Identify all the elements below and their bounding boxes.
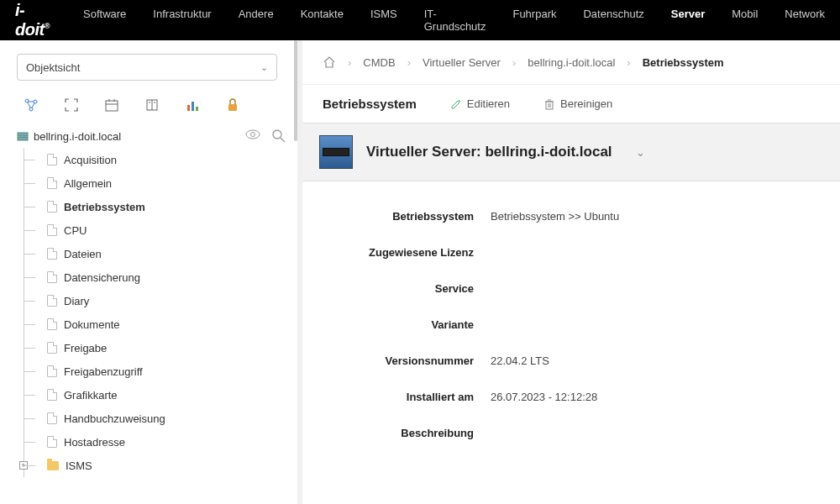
detail-row: Installiert am26.07.2023 - 12:12:28 — [323, 379, 820, 415]
server-icon — [17, 130, 29, 142]
sidebar: Objektsicht ⌄ bellring.i-doit.local Acqu… — [0, 40, 302, 504]
tree-item-grafikkarte[interactable]: Grafikkarte — [24, 383, 286, 407]
tree-item-hostadresse[interactable]: Hostadresse — [24, 430, 286, 454]
edit-button[interactable]: Editieren — [450, 97, 510, 110]
chevron-down-icon: ⌄ — [260, 62, 268, 73]
breadcrumb-item[interactable]: bellring.i-doit.local — [528, 56, 615, 69]
breadcrumb-item[interactable]: Betriebssystem — [643, 56, 724, 69]
graph-icon[interactable] — [24, 97, 39, 113]
document-icon — [47, 177, 57, 189]
tree-root-label: bellring.i-doit.local — [34, 130, 121, 143]
breadcrumb: ›CMDB›Virtueller Server›bellring.i-doit.… — [302, 40, 840, 84]
detail-row: BetriebssystemBetriebssystem >> Ubuntu — [323, 198, 820, 234]
detail-label: Betriebssystem — [323, 210, 491, 223]
nav-item-andere[interactable]: Andere — [239, 8, 274, 33]
chart-icon[interactable] — [185, 97, 200, 113]
object-view-label: Objektsicht — [26, 61, 80, 74]
search-icon[interactable] — [272, 129, 286, 143]
detail-value: Betriebssystem >> Ubuntu — [491, 210, 619, 223]
expand-icon[interactable] — [64, 97, 79, 113]
tree-item-cpu[interactable]: CPU — [24, 218, 286, 242]
lock-icon[interactable] — [225, 97, 240, 113]
nav-item-software[interactable]: Software — [83, 8, 126, 33]
tree-item-betriebssystem[interactable]: Betriebssystem — [24, 195, 286, 218]
breadcrumb-item[interactable]: Virtueller Server — [423, 56, 501, 69]
tree-item-dokumente[interactable]: Dokumente — [24, 312, 286, 336]
detail-value: 22.04.2 LTS — [491, 354, 549, 367]
tree-item-isms[interactable]: +ISMS — [24, 454, 286, 477]
detail-row: Variante — [323, 307, 820, 343]
tree: AcquisitionAllgemeinBetriebssystemCPUDat… — [24, 148, 286, 477]
tree-item-handbuchzuweisung[interactable]: Handbuchzuweisung — [24, 407, 286, 430]
tree-item-freigabenzugriff[interactable]: Freigabenzugriff — [24, 360, 286, 383]
details-panel: BetriebssystemBetriebssystem >> UbuntuZu… — [302, 181, 840, 468]
document-icon — [47, 295, 57, 307]
detail-row: Versionsnummer22.04.2 LTS — [323, 343, 820, 379]
folder-icon — [47, 461, 59, 470]
main: Objektsicht ⌄ bellring.i-doit.local Acqu… — [0, 40, 840, 504]
nav-item-it-grundschutz[interactable]: IT-Grundschutz — [424, 8, 486, 33]
tree-item-freigabe[interactable]: Freigabe — [24, 336, 286, 360]
scrollbar[interactable] — [294, 40, 297, 504]
clean-button[interactable]: Bereinigen — [543, 97, 612, 110]
svg-rect-19 — [18, 137, 28, 140]
chevron-down-icon[interactable]: ⌄ — [636, 146, 645, 159]
nav-item-mobil[interactable]: Mobil — [732, 8, 758, 33]
tree-root[interactable]: bellring.i-doit.local — [17, 129, 286, 143]
logo[interactable]: i-doit® — [15, 1, 58, 39]
detail-label: Versionsnummer — [323, 354, 491, 367]
tree-item-acquisition[interactable]: Acquisition — [24, 148, 286, 171]
tree-item-label: CPU — [64, 224, 87, 237]
tree-item-dateien[interactable]: Dateien — [24, 242, 286, 265]
svg-point-21 — [251, 133, 255, 137]
clean-label: Bereinigen — [560, 97, 612, 110]
tree-item-label: Grafikkarte — [64, 389, 118, 402]
svg-rect-14 — [187, 105, 190, 111]
tree-item-label: Dokumente — [64, 318, 119, 331]
content: ›CMDB›Virtueller Server›bellring.i-doit.… — [302, 40, 840, 504]
tree-item-datensicherung[interactable]: Datensicherung — [24, 265, 286, 289]
nav-item-infrastruktur[interactable]: Infrastruktur — [153, 8, 211, 33]
book-icon[interactable] — [144, 97, 160, 113]
svg-line-5 — [32, 103, 34, 108]
tree-item-label: Freigabenzugriff — [64, 365, 143, 378]
svg-rect-6 — [106, 101, 118, 111]
tree-item-label: Acquisition — [64, 154, 117, 166]
nav-item-network[interactable]: Network — [785, 8, 825, 33]
tree-item-label: Handbuchzuweisung — [64, 412, 165, 425]
tree-item-diary[interactable]: Diary — [24, 289, 286, 312]
detail-label: Zugewiesene Lizenz — [323, 246, 491, 259]
detail-row: Beschreibung — [323, 415, 820, 451]
tree-item-allgemein[interactable]: Allgemein — [24, 171, 286, 195]
detail-label: Variante — [323, 318, 491, 331]
object-view-selector[interactable]: Objektsicht ⌄ — [17, 54, 277, 81]
breadcrumb-item[interactable]: CMDB — [363, 56, 395, 69]
section-title: Betriebssystem — [323, 97, 417, 111]
svg-point-1 — [34, 100, 37, 103]
svg-point-2 — [29, 108, 33, 111]
calendar-icon[interactable] — [104, 97, 119, 113]
nav-item-fuhrpark[interactable]: Fuhrpark — [512, 8, 556, 33]
breadcrumb-separator: › — [627, 56, 630, 69]
breadcrumb-separator: › — [512, 56, 516, 69]
nav-item-kontakte[interactable]: Kontakte — [301, 8, 344, 33]
document-icon — [47, 412, 57, 424]
svg-point-22 — [273, 130, 281, 139]
nav-item-server[interactable]: Server — [671, 8, 705, 33]
document-icon — [47, 154, 57, 165]
home-icon[interactable] — [323, 55, 336, 69]
detail-label: Beschreibung — [323, 427, 491, 439]
detail-row: Zugewiesene Lizenz — [323, 234, 820, 270]
nav-item-isms[interactable]: ISMS — [370, 8, 397, 33]
tree-item-label: Dateien — [64, 248, 102, 260]
document-icon — [47, 342, 57, 354]
nav-item-datenschutz[interactable]: Datenschutz — [583, 8, 643, 33]
expander-icon[interactable]: + — [19, 461, 28, 470]
tree-item-label: Datensicherung — [64, 271, 140, 284]
tree-item-label: Betriebssystem — [64, 201, 145, 213]
tree-item-label: Hostadresse — [64, 436, 125, 449]
section-header: Betriebssystem Editieren Bereinigen — [302, 84, 840, 123]
server-thumbnail-icon — [319, 135, 353, 169]
top-nav: i-doit® SoftwareInfrastrukturAndereKonta… — [0, 0, 840, 40]
eye-icon[interactable] — [245, 129, 260, 143]
